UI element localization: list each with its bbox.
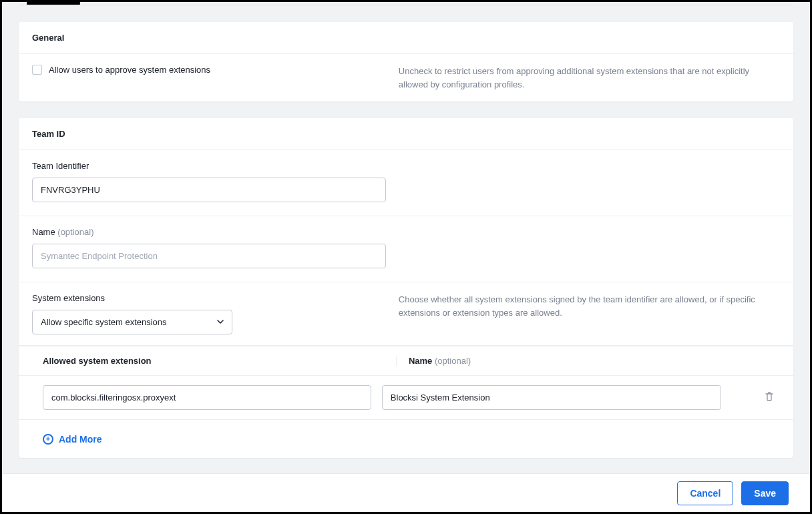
team-name-row: Name (optional) bbox=[19, 216, 793, 282]
system-extensions-select[interactable] bbox=[32, 310, 232, 334]
team-id-card-header: Team ID bbox=[19, 118, 793, 150]
team-name-label: Name (optional) bbox=[32, 227, 780, 237]
footer-bar: Cancel Save bbox=[2, 473, 810, 512]
allow-users-checkbox[interactable] bbox=[32, 65, 42, 75]
extensions-table-header: Allowed system extension Name (optional) bbox=[19, 346, 793, 376]
allow-users-label: Allow users to approve system extensions bbox=[49, 65, 210, 75]
general-card-header: General bbox=[19, 22, 793, 54]
plus-circle-icon: + bbox=[43, 434, 53, 445]
trash-icon[interactable] bbox=[764, 391, 775, 405]
cancel-button[interactable]: Cancel bbox=[677, 481, 733, 505]
td-extension bbox=[43, 385, 382, 410]
add-more-button[interactable]: + Add More bbox=[43, 434, 102, 445]
add-more-row: + Add More bbox=[19, 420, 793, 458]
system-extensions-left: System extensions bbox=[32, 293, 399, 334]
add-more-label: Add More bbox=[59, 434, 102, 445]
table-row bbox=[19, 376, 793, 420]
th-allowed-extension: Allowed system extension bbox=[43, 356, 397, 366]
general-card: General Allow users to approve system ex… bbox=[19, 22, 793, 101]
team-name-optional: (optional) bbox=[57, 227, 93, 237]
team-id-title: Team ID bbox=[32, 129, 780, 139]
team-name-label-text: Name bbox=[32, 227, 57, 237]
extension-name-input[interactable] bbox=[382, 385, 721, 410]
allow-users-row: Allow users to approve system extensions… bbox=[19, 54, 793, 101]
tab-border bbox=[19, 5, 793, 5]
extension-bundle-input[interactable] bbox=[43, 385, 371, 410]
team-name-input[interactable] bbox=[32, 244, 386, 268]
td-name bbox=[382, 385, 721, 410]
system-extensions-row: System extensions Choose whether all sys… bbox=[19, 282, 793, 346]
team-identifier-input[interactable] bbox=[32, 178, 386, 202]
allow-users-checkbox-wrap[interactable]: Allow users to approve system extensions bbox=[32, 65, 385, 75]
team-id-body: Team Identifier Name (optional) System e… bbox=[19, 150, 793, 458]
team-identifier-row: Team Identifier bbox=[19, 150, 793, 216]
allow-users-left: Allow users to approve system extensions bbox=[32, 65, 399, 91]
general-card-body: Allow users to approve system extensions… bbox=[19, 54, 793, 101]
th-name-label: Name bbox=[409, 356, 435, 366]
allow-users-help: Uncheck to restrict users from approving… bbox=[399, 65, 780, 91]
system-extensions-select-wrap bbox=[32, 310, 232, 334]
save-button[interactable]: Save bbox=[741, 481, 789, 505]
th-name-optional: (optional) bbox=[435, 356, 471, 366]
extensions-table: Allowed system extension Name (optional) bbox=[19, 346, 793, 458]
td-actions bbox=[721, 391, 780, 405]
general-title: General bbox=[32, 33, 780, 43]
system-extensions-label: System extensions bbox=[32, 293, 385, 303]
system-extensions-help: Choose whether all system extensions sig… bbox=[399, 293, 780, 334]
page-container: General Allow users to approve system ex… bbox=[2, 2, 810, 475]
th-name: Name (optional) bbox=[397, 356, 780, 366]
team-identifier-label: Team Identifier bbox=[32, 161, 780, 171]
team-id-card: Team ID Team Identifier Name (optional) … bbox=[19, 118, 793, 458]
